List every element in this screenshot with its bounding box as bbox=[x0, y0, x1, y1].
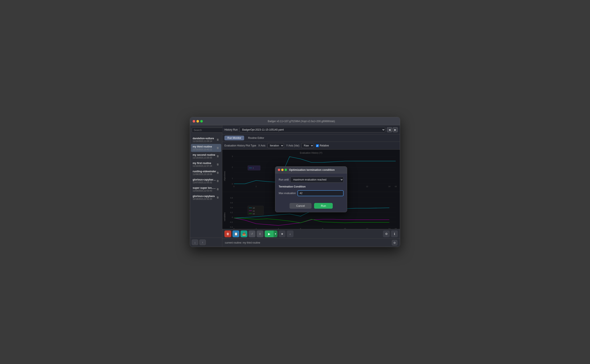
cancel-button[interactable]: Cancel bbox=[289, 203, 312, 209]
sidebar-item-date: 11/15/2023,10:43:11 bbox=[193, 148, 216, 151]
sidebar-delete-button[interactable]: 🗑 bbox=[216, 154, 220, 158]
sidebar-item-name: my third routine bbox=[193, 145, 216, 148]
minimize-button[interactable] bbox=[196, 120, 199, 123]
sidebar-item-name: my second routine bbox=[193, 153, 216, 156]
plot-controls: Evaluation History Plot Type X Axis Iter… bbox=[222, 142, 400, 150]
nav-buttons: ◀ ▶ bbox=[387, 127, 398, 132]
pause-button[interactable]: ⏸ bbox=[257, 230, 263, 237]
history-run-select[interactable]: BadgerOpt-2023-11-15-105140.yaml bbox=[240, 127, 385, 132]
sidebar-item-info: glorious-capybara 10/18/2023,22:52:20 bbox=[193, 195, 216, 200]
relative-checkbox[interactable] bbox=[316, 144, 319, 147]
copy-button[interactable]: 📋 bbox=[233, 230, 239, 237]
x-axis-label: X Axis bbox=[258, 144, 265, 147]
advanced-settings-button[interactable]: ⚙ bbox=[383, 230, 390, 237]
sidebar-delete-button[interactable]: 🗑 bbox=[216, 179, 220, 183]
sidebar: + dandelion-vulture 11/15/2023,11:09:14 … bbox=[190, 125, 222, 247]
max-eval-row: Max evaluation bbox=[279, 190, 343, 196]
maximize-button[interactable] bbox=[200, 120, 203, 123]
sidebar-item-info: my second routine 11/13/2023,13:35:55 bbox=[193, 153, 216, 159]
import-button[interactable]: ↓ bbox=[192, 240, 198, 245]
run-until-select[interactable]: maximum evaluation reachedmaximum iterat… bbox=[290, 177, 343, 183]
modal-minimize-button[interactable] bbox=[281, 169, 284, 171]
relative-checkbox-wrap[interactable]: Relative bbox=[316, 144, 329, 147]
sidebar-item-info: my third routine 11/15/2023,10:43:11 bbox=[193, 145, 216, 151]
sidebar-delete-button[interactable]: 🗑 bbox=[216, 187, 220, 191]
sidebar-item[interactable]: dandelion-vulture 11/15/2023,11:09:14 🗑 bbox=[191, 136, 221, 144]
max-eval-input[interactable] bbox=[298, 190, 343, 196]
search-input[interactable] bbox=[192, 128, 228, 133]
sidebar-item[interactable]: glorious-capybara 10/18/2023,22:52:20 🗑 bbox=[191, 193, 221, 202]
play-button[interactable]: ▶ bbox=[265, 230, 274, 237]
sidebar-item[interactable]: my third routine 11/15/2023,10:43:11 🗑 bbox=[191, 144, 221, 152]
sidebar-item[interactable]: my first routine 11/10/2023,12:37:24 🗑 bbox=[191, 160, 221, 169]
tab-routine-editor[interactable]: Routine Editor bbox=[245, 136, 267, 140]
sidebar-item-info: rustling-sidewinder 11/08/2023,10:18:08 bbox=[193, 170, 216, 176]
sidebar-delete-button[interactable]: 🗑 bbox=[216, 138, 220, 142]
sidebar-item-name: glorious-capybara bbox=[193, 195, 216, 198]
sidebar-item[interactable]: super super lon...you know that! 11/03/2… bbox=[191, 185, 221, 193]
sidebar-item-info: glorious-capybara-max 11/07/2023,11:03:3… bbox=[193, 178, 216, 184]
termination-section-title: Termination Condition bbox=[279, 185, 343, 188]
history-run-bar: History Run BadgerOpt-2023-11-15-105140.… bbox=[222, 125, 400, 134]
sidebar-item[interactable]: rustling-sidewinder 11/08/2023,10:18:08 … bbox=[191, 169, 221, 177]
sidebar-item-info: dandelion-vulture 11/15/2023,11:09:14 bbox=[193, 137, 216, 143]
run-until-label: Run until bbox=[279, 178, 289, 181]
download-button[interactable]: ↓ bbox=[287, 230, 294, 237]
y-axis-select[interactable]: Raw bbox=[301, 143, 314, 148]
titlebar: Badger v0.11+107.g7f15964 (Xopt v2.0a1+2… bbox=[190, 117, 400, 125]
play-dropdown-button[interactable]: ▼ bbox=[274, 230, 277, 237]
undo-button[interactable]: ↺ bbox=[248, 230, 255, 237]
sidebar-item[interactable]: glorious-capybara-max 11/07/2023,11:03:3… bbox=[191, 177, 221, 185]
window-title: Badger v0.11+107.g7f15964 (Xopt v2.0a1+2… bbox=[205, 120, 397, 123]
run-button[interactable]: Run bbox=[314, 203, 333, 209]
sidebar-item-date: 11/08/2023,10:18:08 bbox=[193, 173, 216, 176]
sidebar-item-name: rustling-sidewinder bbox=[193, 170, 216, 173]
modal-body: Run until maximum evaluation reachedmaxi… bbox=[275, 173, 347, 202]
sidebar-item-info: my first routine 11/10/2023,12:37:24 bbox=[193, 162, 216, 167]
sidebar-item-info: super super lon...you know that! 11/03/2… bbox=[193, 186, 216, 192]
sidebar-search-area: + bbox=[190, 125, 222, 135]
info-button[interactable]: ℹ bbox=[391, 230, 398, 237]
modal-titlebar: Optimization termination condition bbox=[275, 167, 347, 173]
star-button[interactable]: ★ bbox=[279, 230, 285, 237]
modal-close-button[interactable] bbox=[278, 169, 280, 171]
tabs-bar: Run Monitor Routine Editor bbox=[222, 134, 400, 142]
nav-prev-button[interactable]: ◀ bbox=[387, 127, 392, 132]
modal-traffic-lights bbox=[278, 169, 287, 171]
bottom-toolbar: 🗑 📋 📤 ↺ ⏸ ▶ ▼ ★ ↓ ⚙ ℹ bbox=[222, 229, 400, 239]
delete-button[interactable]: 🗑 bbox=[224, 230, 231, 237]
sidebar-list: dandelion-vulture 11/15/2023,11:09:14 🗑 … bbox=[190, 135, 222, 238]
close-button[interactable] bbox=[193, 120, 195, 123]
nav-next-button[interactable]: ▶ bbox=[393, 127, 398, 132]
status-settings-button[interactable]: ⚙ bbox=[392, 240, 397, 246]
modal-maximize-button[interactable] bbox=[285, 169, 287, 171]
search-box: + bbox=[192, 127, 220, 133]
history-run-label: History Run bbox=[224, 128, 238, 131]
sidebar-delete-button[interactable]: 🗑 bbox=[216, 171, 220, 175]
current-routine-text: current routine: my third routine bbox=[225, 241, 260, 244]
termination-modal: Optimization termination condition Run u… bbox=[275, 166, 347, 212]
sidebar-item-date: 10/18/2023,22:52:20 bbox=[193, 198, 216, 200]
sidebar-item[interactable]: my second routine 11/13/2023,13:35:55 🗑 bbox=[191, 152, 221, 160]
sidebar-delete-button[interactable]: 🗑 bbox=[216, 162, 220, 166]
modal-title: Optimization termination condition bbox=[289, 168, 335, 171]
traffic-lights bbox=[193, 120, 203, 123]
sidebar-item-date: 11/07/2023,11:03:32 bbox=[193, 181, 216, 184]
sidebar-item-name: my first routine bbox=[193, 162, 216, 165]
sidebar-delete-button[interactable]: 🗑 bbox=[216, 146, 220, 150]
export-button[interactable]: ↑ bbox=[199, 240, 206, 245]
sidebar-footer: ↓ ↑ bbox=[190, 238, 222, 247]
export-button[interactable]: 📤 bbox=[241, 230, 247, 237]
max-eval-label: Max evaluation bbox=[279, 192, 296, 195]
sidebar-item-date: 11/10/2023,12:37:24 bbox=[193, 165, 216, 167]
main-window: Badger v0.11+107.g7f15964 (Xopt v2.0a1+2… bbox=[190, 117, 400, 247]
sidebar-delete-button[interactable]: 🗑 bbox=[216, 195, 220, 199]
main-content: + dandelion-vulture 11/15/2023,11:09:14 … bbox=[190, 125, 400, 247]
x-axis-select[interactable]: Iteration bbox=[268, 143, 284, 148]
sidebar-item-name: glorious-capybara-max bbox=[193, 178, 216, 181]
tab-run-monitor[interactable]: Run Monitor bbox=[224, 136, 244, 140]
evaluation-history-label: Evaluation History Plot Type bbox=[224, 144, 256, 147]
status-bar: current routine: my third routine ⚙ bbox=[222, 239, 400, 247]
sidebar-item-name: super super lon...you know that! bbox=[193, 186, 216, 189]
sidebar-item-name: dandelion-vulture bbox=[193, 137, 216, 140]
